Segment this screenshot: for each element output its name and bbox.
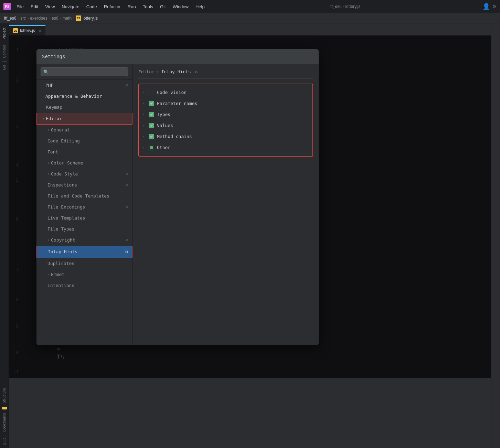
menu-navigate[interactable]: Navigate xyxy=(59,3,82,10)
tree-item-copyright[interactable]: › Copyright ⚙ xyxy=(36,235,132,246)
tree-label-file-encodings: File Encodings xyxy=(47,203,85,211)
hint-label-values: Values xyxy=(157,122,173,129)
settings-panel: Settings 🔍 xyxy=(36,49,319,345)
tree-label-inlay-hints: Inlay Hints xyxy=(48,248,77,256)
app-logo: PS xyxy=(3,3,11,10)
hint-label-method-chains: Method chains xyxy=(157,133,192,140)
tree-item-duplicates[interactable]: Duplicates xyxy=(36,258,132,269)
hint-row-method-chains[interactable]: › Method chains xyxy=(139,131,312,142)
breadcrumb-math[interactable]: math xyxy=(62,16,72,21)
user-icon[interactable]: 👤 xyxy=(482,3,490,10)
tree-item-editor[interactable]: ▾ Editor xyxy=(36,113,132,125)
tree-item-font[interactable]: Font xyxy=(36,147,132,158)
settings-overlay: Settings 🔍 xyxy=(9,35,491,378)
checkmark-icon xyxy=(150,124,153,127)
tree-item-file-types[interactable]: File Types xyxy=(36,224,132,235)
hint-checkbox-values[interactable] xyxy=(149,123,154,128)
tree-item-code-editing[interactable]: Code Editing xyxy=(36,136,132,147)
tree-item-inspections[interactable]: Inspections ⚙ xyxy=(36,180,132,191)
hint-row-types[interactable]: › Types xyxy=(139,109,312,120)
hint-checkbox-parameter-names[interactable] xyxy=(149,101,154,106)
menu-tools[interactable]: Tools xyxy=(140,3,156,10)
menu-file[interactable]: File xyxy=(14,3,26,10)
hint-checkbox-code-vision[interactable] xyxy=(149,90,154,95)
breadcrumb-es6[interactable]: es6 xyxy=(52,16,58,21)
tree-label-editor: Editor xyxy=(46,115,62,122)
breadcrumb-bar: itf_es6 › src › exercises › es6 › math ›… xyxy=(0,13,500,23)
tree-item-intentions[interactable]: Intentions xyxy=(36,280,132,291)
sidebar-gulp[interactable]: Gulp xyxy=(1,435,8,448)
activity-bar: Project Commit Git Structure Bookmarks G… xyxy=(0,23,9,448)
hint-label-parameter-names: Parameter names xyxy=(157,100,197,107)
tab-lottery-js[interactable]: JS lottery.js ✕ xyxy=(9,25,45,35)
hint-row-other[interactable]: › Other xyxy=(139,142,312,153)
settings-search-area: 🔍 xyxy=(36,64,132,80)
right-sidebar xyxy=(491,23,500,448)
hint-row-parameter-names[interactable]: › Parameter names xyxy=(139,98,312,109)
checkmark-icon xyxy=(150,135,153,138)
tree-item-appearance[interactable]: › Appearance & Behavior xyxy=(36,91,132,102)
tab-close-button[interactable]: ✕ xyxy=(39,29,41,33)
sidebar-project[interactable]: Project xyxy=(1,25,8,42)
breadcrumb-gear-icon[interactable]: ⚙ xyxy=(195,68,198,76)
tree-item-inlay-hints[interactable]: Inlay Hints ⚙ xyxy=(36,246,132,258)
tree-settings-icon-inspections: ⚙ xyxy=(126,181,128,189)
menu-view[interactable]: View xyxy=(42,3,57,10)
settings-search-input[interactable] xyxy=(41,67,128,76)
right-panel-breadcrumb: Editor › Inlay Hints ⚙ xyxy=(138,68,313,79)
menu-bar[interactable]: File Edit View Navigate Code Refactor Ru… xyxy=(14,3,208,10)
breadcrumb-project[interactable]: itf_es6 xyxy=(4,16,16,21)
menu-window[interactable]: Window xyxy=(170,3,191,10)
settings-body: 🔍 › PHP ⚙ xyxy=(36,64,319,345)
tree-label-file-types: File Types xyxy=(47,225,74,233)
settings-icon[interactable]: ⚙ xyxy=(492,4,497,9)
tree-label-intentions: Intentions xyxy=(47,282,74,289)
tree-label-font: Font xyxy=(47,148,58,156)
hint-checkbox-method-chains[interactable] xyxy=(149,134,154,139)
hint-row-code-vision[interactable]: › Code vision xyxy=(139,87,312,98)
hint-arrow-method-chains: › xyxy=(142,133,146,140)
tree-label-code-editing: Code Editing xyxy=(47,137,80,145)
tree-item-file-encodings[interactable]: File Encodings ⚙ xyxy=(36,202,132,213)
breadcrumb-editor: Editor xyxy=(138,68,155,76)
code-editor[interactable]: 1 // Lottery 2 const highestNumber : num… xyxy=(9,35,491,378)
tree-item-file-code-templates[interactable]: File and Code Templates xyxy=(36,191,132,202)
hint-checkbox-other[interactable] xyxy=(149,145,154,150)
hint-row-values[interactable]: › Values xyxy=(139,120,312,131)
tree-item-color-scheme[interactable]: › Color Scheme xyxy=(36,158,132,169)
sidebar-structure[interactable]: Structure xyxy=(1,385,8,406)
menu-refactor[interactable]: Refactor xyxy=(101,3,124,10)
search-icon: 🔍 xyxy=(43,68,49,76)
hint-arrow-values: › xyxy=(142,122,146,129)
menu-run[interactable]: Run xyxy=(125,3,139,10)
breadcrumb-src[interactable]: src xyxy=(20,16,26,21)
hint-checkbox-types[interactable] xyxy=(149,112,154,117)
settings-header: Settings xyxy=(36,49,319,64)
sidebar-commit[interactable]: Commit xyxy=(1,42,8,61)
sidebar-git[interactable]: Git xyxy=(1,62,8,73)
hint-label-other: Other xyxy=(157,144,170,151)
sidebar-bookmarks[interactable]: Bookmarks xyxy=(1,410,8,435)
menu-edit[interactable]: Edit xyxy=(28,3,41,10)
menu-help[interactable]: Help xyxy=(193,3,208,10)
tab-bar: JS lottery.js ✕ xyxy=(9,23,491,35)
tree-label-inspections: Inspections xyxy=(47,181,77,189)
inlay-hints-list: › Code vision › xyxy=(138,84,313,157)
hint-arrow-other: › xyxy=(142,144,146,151)
menu-code[interactable]: Code xyxy=(84,3,100,10)
tree-item-keymap[interactable]: Keymap xyxy=(36,102,132,113)
menu-git[interactable]: Git xyxy=(157,3,169,10)
tree-item-general[interactable]: › General xyxy=(36,125,132,136)
tree-label-appearance: Appearance & Behavior xyxy=(45,93,102,100)
tree-label-copyright: Copyright xyxy=(51,236,75,244)
settings-title: Settings xyxy=(42,54,65,59)
editor-arrow-icon: ▾ xyxy=(42,115,44,122)
hint-arrow-code-vision: › xyxy=(142,89,146,96)
tree-item-code-style[interactable]: › Code Style ⚙ xyxy=(36,169,132,180)
breadcrumb-file[interactable]: lottery.js xyxy=(83,16,98,21)
tree-item-live-templates[interactable]: Live Templates xyxy=(36,213,132,224)
tree-item-emmet[interactable]: › Emmet xyxy=(36,269,132,280)
breadcrumb-exercises[interactable]: exercises xyxy=(30,16,47,21)
tree-item-php[interactable]: › PHP ⚙ xyxy=(36,80,132,91)
tree-settings-icon-php: ⚙ xyxy=(126,82,128,89)
